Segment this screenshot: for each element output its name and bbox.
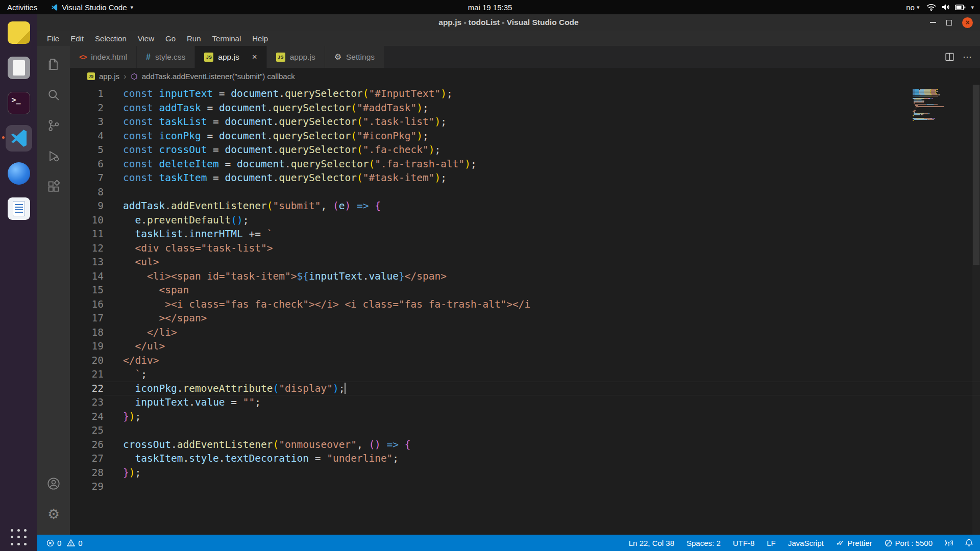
code-line[interactable]: 7const taskItem = document.querySelector… xyxy=(70,171,980,185)
code-line[interactable]: 27 taskItem.style.textDecoration = "unde… xyxy=(70,452,980,466)
breadcrumb-symbol[interactable]: addTask.addEventListener("submit") callb… xyxy=(142,72,295,81)
volume-icon xyxy=(941,4,950,11)
chevron-down-icon: ▾ xyxy=(131,4,134,11)
activity-bar: ⚙ xyxy=(37,46,70,535)
code-line[interactable]: 26crossOut.addEventListener("onmouseover… xyxy=(70,438,980,452)
language-mode[interactable]: JavaScript xyxy=(788,539,824,547)
vertical-scrollbar[interactable] xyxy=(972,85,980,535)
line-content: </ul> xyxy=(104,339,980,354)
writer-icon[interactable] xyxy=(6,195,32,222)
notes-icon[interactable] xyxy=(6,19,32,46)
code-line[interactable]: 15 <span xyxy=(70,283,980,297)
account-icon[interactable] xyxy=(37,468,70,499)
search-icon[interactable] xyxy=(37,80,70,110)
focused-app-menu[interactable]: Visual Studio Code ▾ xyxy=(51,3,133,12)
code-line[interactable]: 10 e.preventDefault(); xyxy=(70,213,980,228)
extensions-icon[interactable] xyxy=(37,171,70,202)
tab-index-html[interactable]: <> index.html xyxy=(70,46,137,68)
indentation-setting[interactable]: Spaces: 2 xyxy=(687,539,721,547)
code-line[interactable]: 13 <ul> xyxy=(70,255,980,269)
code-line[interactable]: 20</div> xyxy=(70,354,980,368)
tab-label: app.js xyxy=(218,53,239,62)
code-line[interactable]: 28}); xyxy=(70,466,980,480)
menu-terminal[interactable]: Terminal xyxy=(207,32,247,45)
code-line[interactable]: 21 `; xyxy=(70,367,980,382)
code-line[interactable]: 5const crossOut = document.querySelector… xyxy=(70,143,980,157)
menu-view[interactable]: View xyxy=(132,32,160,45)
terminal-icon[interactable]: >_ xyxy=(6,90,32,116)
line-number: 22 xyxy=(70,382,104,396)
code-line[interactable]: 16 ><i class="fas fa-check"></i> <i clas… xyxy=(70,297,980,312)
code-line[interactable]: 24}); xyxy=(70,410,980,424)
tab-close-icon[interactable]: × xyxy=(252,53,257,61)
split-editor-icon[interactable] xyxy=(945,53,954,62)
line-content: addTask.addEventListener("submit", (e) =… xyxy=(104,199,980,213)
menu-edit[interactable]: Edit xyxy=(65,32,89,45)
breadcrumb-file[interactable]: app.js xyxy=(99,72,119,81)
code-line[interactable]: 18 </li> xyxy=(70,325,980,340)
eol-setting[interactable]: LF xyxy=(767,539,776,547)
maximize-button[interactable] xyxy=(946,20,952,26)
line-content: <div class="task-list"> xyxy=(104,241,980,256)
files-icon[interactable] xyxy=(6,55,32,81)
live-server-port[interactable]: Port : 5500 xyxy=(885,539,933,547)
show-apps-icon[interactable] xyxy=(10,529,28,546)
browser-icon[interactable] xyxy=(6,160,32,187)
code-line[interactable]: 6const deleteItem = document.querySelect… xyxy=(70,157,980,171)
formatter-status[interactable]: ✓✓ Prettier xyxy=(836,539,872,547)
broadcast-icon[interactable] xyxy=(945,539,953,547)
explorer-icon[interactable] xyxy=(37,49,70,80)
activities-button[interactable]: Activities xyxy=(7,3,37,12)
source-control-icon[interactable] xyxy=(37,110,70,141)
close-button[interactable]: × xyxy=(962,17,973,28)
menu-file[interactable]: File xyxy=(41,32,65,45)
line-number: 20 xyxy=(70,354,104,368)
menu-run[interactable]: Run xyxy=(181,32,207,45)
keyboard-layout-indicator[interactable]: no ▾ xyxy=(906,3,919,12)
tab-appp-js[interactable]: JS appp.js xyxy=(267,46,325,68)
run-debug-icon[interactable] xyxy=(37,141,70,171)
line-content xyxy=(104,185,980,199)
code-line[interactable]: 4const iconPkg = document.querySelector(… xyxy=(70,129,980,143)
code-line[interactable]: 9addTask.addEventListener("submit", (e) … xyxy=(70,199,980,213)
menu-help[interactable]: Help xyxy=(247,32,274,45)
line-content: const crossOut = document.querySelector(… xyxy=(104,143,980,157)
code-line[interactable]: 23 inputText.value = ""; xyxy=(70,395,980,410)
encoding-setting[interactable]: UTF-8 xyxy=(733,539,755,547)
window-title-bar[interactable]: app.js - todoList - Visual Studio Code × xyxy=(37,14,980,31)
tab-style-css[interactable]: # style.css xyxy=(137,46,195,68)
browser-icon xyxy=(8,162,30,185)
line-number: 5 xyxy=(70,143,104,157)
line-content: iconPkg.removeAttribute("display"); xyxy=(104,382,980,396)
bell-icon[interactable] xyxy=(965,539,973,547)
code-line[interactable]: 11 taskList.innerHTML += ` xyxy=(70,227,980,241)
more-actions-icon[interactable]: ⋯ xyxy=(963,52,972,63)
minimap[interactable] xyxy=(913,89,969,122)
tab-app-js[interactable]: JS app.js × xyxy=(195,46,266,68)
code-line[interactable]: 22 iconPkg.removeAttribute("display"); xyxy=(70,382,980,396)
system-tray[interactable]: ▾ xyxy=(926,4,974,11)
code-line[interactable]: 17 ></span> xyxy=(70,311,980,325)
cursor-position[interactable]: Ln 22, Col 38 xyxy=(629,539,674,547)
code-line[interactable]: 12 <div class="task-list"> xyxy=(70,241,980,256)
minimize-button[interactable] xyxy=(930,22,936,23)
scrollbar-thumb[interactable] xyxy=(973,85,979,265)
code-line[interactable]: 1const inputText = document.querySelecto… xyxy=(70,87,980,101)
code-line[interactable]: 29 xyxy=(70,480,980,494)
problems-indicator[interactable]: 0 0 xyxy=(46,539,83,547)
clock[interactable]: mai 19 15:35 xyxy=(468,3,512,12)
settings-gear-icon[interactable]: ⚙ xyxy=(37,499,70,530)
symbol-callback-icon xyxy=(131,73,138,80)
code-line[interactable]: 3const taskList = document.querySelector… xyxy=(70,115,980,129)
code-line[interactable]: 14 <li><span id="task-item">${inputText.… xyxy=(70,269,980,284)
code-editor[interactable]: 1const inputText = document.querySelecto… xyxy=(70,85,980,535)
vscode-dock-icon[interactable] xyxy=(6,125,32,152)
code-line[interactable]: 8 xyxy=(70,185,980,199)
status-bar: 0 0 Ln 22, Col 38 Spaces: 2 UTF-8 LF Jav… xyxy=(37,535,980,551)
tab-settings[interactable]: ⚙ Settings xyxy=(325,46,384,68)
code-line[interactable]: 25 xyxy=(70,423,980,438)
menu-selection[interactable]: Selection xyxy=(89,32,132,45)
code-line[interactable]: 19 </ul> xyxy=(70,339,980,354)
code-line[interactable]: 2const addTask = document.querySelector(… xyxy=(70,101,980,115)
menu-go[interactable]: Go xyxy=(160,32,181,45)
